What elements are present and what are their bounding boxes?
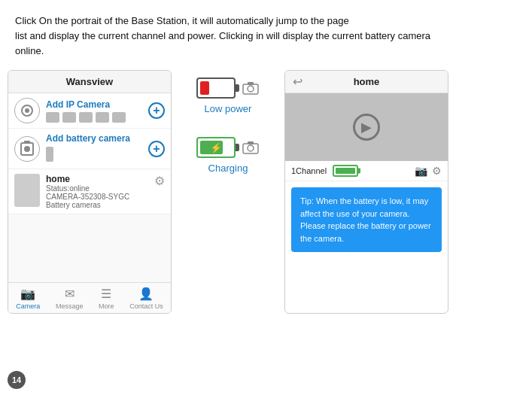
low-power-item: Low power xyxy=(196,77,260,114)
svg-point-6 xyxy=(248,86,254,92)
camera-nav-icon: 📷 xyxy=(20,287,35,301)
charging-label: Charging xyxy=(208,163,248,174)
phone-right-title: home xyxy=(354,76,380,87)
home-device-status: Status:online xyxy=(46,184,148,193)
sub-icon-2 xyxy=(62,112,76,123)
svg-rect-10 xyxy=(248,141,254,144)
battery-cam-sub-icon xyxy=(46,147,142,164)
channel-battery-fill xyxy=(336,168,355,174)
nav-label-contact: Contact Us xyxy=(129,302,163,310)
add-battery-camera-title: Add battery camera xyxy=(46,133,142,144)
add-battery-camera-button[interactable]: + xyxy=(148,141,165,157)
add-battery-camera-content: Add battery camera xyxy=(46,133,142,164)
battery-camera-icon xyxy=(14,136,40,162)
add-battery-camera-row[interactable]: Add battery camera + xyxy=(8,129,171,169)
tip-box: Tip: When the battery is low, it may aff… xyxy=(291,187,442,252)
sub-icon-4 xyxy=(96,112,109,123)
rph-placeholder: ⋯ xyxy=(430,76,440,87)
home-device-row[interactable]: home Status:online CAMERA-352308-SYGC Ba… xyxy=(8,169,171,214)
back-arrow-icon[interactable]: ↩ xyxy=(293,74,302,89)
charging-item: ⚡ Charging xyxy=(196,137,260,174)
play-button[interactable]: ▶ xyxy=(353,114,380,141)
instructions-text: Click On the portrait of the Base Statio… xyxy=(0,0,532,66)
add-ip-camera-button[interactable]: + xyxy=(148,102,165,119)
channel-action-icons: 📷 ⚙ xyxy=(415,165,442,177)
charging-battery-icon: ⚡ xyxy=(196,137,236,158)
more-nav-icon: ☰ xyxy=(101,287,111,301)
nav-label-camera: Camera xyxy=(16,302,40,310)
home-device-camera: CAMERA-352308-SYGC xyxy=(46,193,148,201)
channel-settings-icon[interactable]: ⚙ xyxy=(432,165,442,177)
nav-item-more[interactable]: ☰ More xyxy=(99,287,114,310)
blank-area xyxy=(8,214,171,282)
settings-gear-icon[interactable]: ⚙ xyxy=(154,174,165,188)
channel-label: 1Channel xyxy=(291,166,327,175)
main-content-row: Wansview Add IP Camera + xyxy=(0,70,532,314)
channel-battery-icon xyxy=(333,165,358,177)
sub-icon-3 xyxy=(79,112,93,123)
bottom-nav: 📷 Camera ✉ Message ☰ More 👤 Contact Us xyxy=(8,282,171,313)
home-device-content: home Status:online CAMERA-352308-SYGC Ba… xyxy=(46,174,148,209)
nav-label-message: Message xyxy=(56,302,84,310)
charging-camera-icon xyxy=(242,140,260,155)
low-power-label: Low power xyxy=(205,103,252,114)
sub-icon-5 xyxy=(112,112,126,123)
camera-preview[interactable]: ▶ xyxy=(285,93,448,161)
sub-icon-1 xyxy=(46,112,59,123)
ip-camera-icon xyxy=(14,98,40,123)
add-ip-camera-title: Add IP Camera xyxy=(46,99,142,110)
charging-symbol: ⚡ xyxy=(210,142,222,153)
phone-right-header: ↩ home ⋯ xyxy=(285,71,448,93)
nav-label-more: More xyxy=(99,302,114,310)
svg-rect-7 xyxy=(248,82,254,85)
nav-item-message[interactable]: ✉ Message xyxy=(56,287,84,310)
page-number-badge: 14 xyxy=(8,371,26,389)
phone-left-header: Wansview xyxy=(8,71,171,93)
add-ip-camera-row[interactable]: Add IP Camera + xyxy=(8,93,171,129)
low-power-camera-icon xyxy=(242,81,260,96)
low-power-battery-icon xyxy=(196,77,236,99)
message-nav-icon: ✉ xyxy=(65,287,74,301)
svg-point-1 xyxy=(25,108,29,113)
contact-nav-icon: 👤 xyxy=(138,287,154,301)
phone-left: Wansview Add IP Camera + xyxy=(8,70,172,314)
svg-point-4 xyxy=(24,146,30,152)
nav-item-contact[interactable]: 👤 Contact Us xyxy=(129,287,163,310)
middle-battery-section: Low power ⚡ Charging xyxy=(179,70,277,314)
ip-camera-sub-icons xyxy=(46,112,142,123)
channel-row: 1Channel 📷 ⚙ xyxy=(285,161,448,181)
home-device-icon xyxy=(14,174,40,207)
svg-point-9 xyxy=(248,145,254,151)
home-device-battery-label: Battery cameras xyxy=(46,201,148,209)
low-power-row xyxy=(196,77,260,99)
charging-row: ⚡ xyxy=(196,137,260,158)
channel-camera-icon[interactable]: 📷 xyxy=(415,165,427,177)
home-device-title: home xyxy=(46,174,148,184)
add-ip-camera-content: Add IP Camera xyxy=(46,99,142,123)
nav-item-camera[interactable]: 📷 Camera xyxy=(16,287,40,310)
phone-right: ↩ home ⋯ ▶ 1Channel 📷 ⚙ Tip: When the ba… xyxy=(284,70,448,314)
battery-fill-red xyxy=(200,81,209,95)
